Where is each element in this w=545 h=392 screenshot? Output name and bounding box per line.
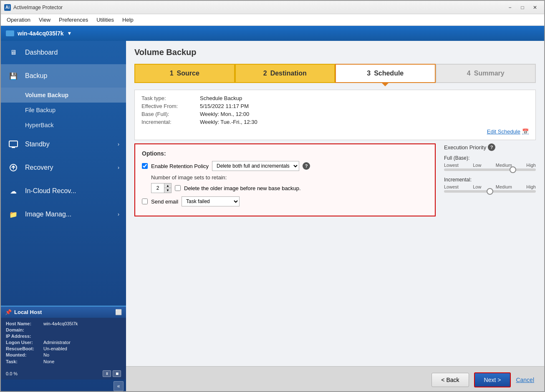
base-full-label: Base (Full):: [141, 111, 200, 117]
sidebar-item-image-manager[interactable]: 📁 Image Manag... ›: [1, 203, 126, 226]
retention-help-icon[interactable]: ?: [303, 162, 310, 170]
incremental-scale-low: Low: [473, 184, 481, 189]
incremental-slider-thumb[interactable]: [487, 188, 493, 195]
incremental-scale-medium: Medium: [496, 184, 512, 189]
full-scale-medium: Medium: [496, 163, 512, 168]
sidebar-dashboard-label: Dashboard: [25, 49, 58, 56]
hostname-label: Host Name:: [6, 321, 43, 326]
recovery-arrow: ›: [118, 165, 119, 171]
host-dropdown-arrow[interactable]: ▼: [67, 30, 72, 36]
rescueboot-value: Un-enabled: [43, 346, 67, 351]
hostname-row: Host Name: win-4a4cq035l7k: [6, 321, 121, 326]
enable-retention-checkbox[interactable]: [142, 163, 148, 169]
progress-bar-container: 0.0 % ⏸ ⏹: [1, 369, 126, 379]
hyperback-label: HyperBack: [25, 122, 53, 128]
edit-schedule-link[interactable]: Edit Schedule 📅: [141, 128, 529, 135]
task-row: Task: None: [6, 359, 121, 364]
number-input-group: ▲ ▼: [151, 183, 172, 193]
local-host-info: Host Name: win-4a4cq035l7k Domain: IP Ad…: [1, 318, 126, 369]
sidebar-sub-file-backup[interactable]: File Backup: [1, 103, 126, 118]
exec-priority-help-icon[interactable]: ?: [488, 143, 495, 151]
menu-utilities[interactable]: Utilities: [92, 15, 118, 25]
step-destination[interactable]: 2 Destination: [235, 64, 336, 83]
backup-icon: 💾: [8, 70, 19, 82]
edit-schedule-text: Edit Schedule: [487, 128, 520, 135]
send-email-checkbox[interactable]: [142, 199, 148, 204]
mounted-row: Mounted: No: [6, 352, 121, 357]
pause-button[interactable]: ⏸: [103, 370, 111, 377]
full-slider-track: [444, 168, 536, 171]
send-email-dropdown[interactable]: Task failed Task succeeded Always: [182, 196, 240, 206]
exec-priority: Execution Priority ? Full (Base): Lowest…: [444, 143, 536, 193]
main-options-layout: Options: Enable Retention Policy Delete …: [134, 143, 536, 223]
sidebar-item-standby[interactable]: Standby ›: [1, 133, 126, 156]
sidebar-item-backup[interactable]: 💾 Backup: [1, 64, 126, 88]
delete-older-checkbox[interactable]: [175, 185, 181, 191]
close-button[interactable]: ✕: [529, 3, 541, 12]
next-button[interactable]: Next >: [474, 372, 511, 387]
ip-row: IP Address:: [6, 334, 121, 339]
maximize-button[interactable]: □: [517, 3, 528, 12]
spin-down-button[interactable]: ▼: [164, 188, 171, 193]
menu-bar: Operation View Preferences Utilities Hel…: [1, 14, 544, 26]
app-title: ActiveImage Protector: [13, 5, 63, 10]
full-priority-scale: Lowest Low Medium High: [444, 163, 536, 168]
num-sets-row: ▲ ▼ Delete the older image before new ba…: [151, 183, 428, 193]
spin-up-button[interactable]: ▲: [164, 183, 171, 188]
local-host-header: 📌 Local Host ⬜: [1, 307, 126, 318]
svg-rect-0: [9, 141, 18, 147]
schedule-info: Task type: Schedule Backup Effective Fro…: [134, 90, 536, 140]
hostname-value: win-4a4cq035l7k: [43, 321, 78, 326]
step-sched-num: 3: [367, 70, 371, 77]
local-host-title: Local Host: [14, 309, 42, 315]
full-priority-label: Full (Base):: [444, 155, 536, 161]
file-backup-label: File Backup: [25, 107, 56, 113]
effective-from-value: 5/15/2022 11:17 PM: [200, 103, 529, 109]
menu-help[interactable]: Help: [118, 15, 138, 25]
incremental-priority-section: Incremental: Lowest Low Medium High: [444, 177, 536, 193]
minimize-button[interactable]: −: [504, 3, 516, 12]
full-priority-section: Full (Base): Lowest Low Medium High: [444, 155, 536, 171]
menu-preferences[interactable]: Preferences: [55, 15, 92, 25]
logon-value: Administrator: [43, 340, 71, 345]
logon-label: Logon User:: [6, 340, 43, 345]
incremental-slider-track: [444, 190, 536, 193]
standby-arrow: ›: [118, 141, 119, 147]
full-scale-low: Low: [473, 163, 481, 168]
stop-button[interactable]: ⏹: [113, 370, 121, 377]
full-scale-high: High: [526, 163, 536, 168]
back-button[interactable]: < Back: [431, 373, 469, 387]
effective-from-label: Effective From:: [141, 103, 200, 109]
svg-rect-1: [12, 147, 15, 148]
sidebar-sub-volume-backup[interactable]: Volume Backup: [1, 88, 126, 103]
expand-icon[interactable]: ⬜: [115, 309, 122, 315]
cancel-button[interactable]: Cancel: [516, 377, 534, 383]
step-source[interactable]: 1 Source: [134, 64, 235, 83]
pin-icon: 📌: [5, 309, 12, 315]
step-schedule[interactable]: 3 Schedule: [335, 64, 436, 83]
incremental-priority-label: Incremental:: [444, 177, 536, 183]
step-summary[interactable]: 4 Summary: [436, 64, 536, 83]
sidebar-item-dashboard[interactable]: 🖥 Dashboard: [1, 41, 126, 64]
sidebar-item-recovery[interactable]: Recovery ›: [1, 156, 126, 179]
collapse-sidebar-button[interactable]: «: [114, 381, 124, 391]
sidebar-incloud-label: In-Cloud Recov...: [25, 187, 76, 195]
mounted-label: Mounted:: [6, 352, 43, 357]
num-sets-label: Number of image sets to retain:: [151, 174, 428, 181]
host-name: win-4a4cq035l7k: [18, 30, 64, 37]
image-sets-input[interactable]: [151, 183, 164, 193]
incremental-label: Incremental:: [141, 119, 200, 125]
standby-icon: [8, 138, 19, 150]
retention-policy-dropdown[interactable]: Delete both full and incrementals Delete…: [212, 161, 299, 171]
sidebar-backup-label: Backup: [25, 72, 47, 80]
sidebar-sub-hyperback[interactable]: HyperBack: [1, 118, 126, 133]
task-type-label: Task type:: [141, 95, 200, 101]
incremental-scale-high: High: [526, 184, 536, 189]
sidebar-item-incloud[interactable]: ☁ In-Cloud Recov...: [1, 179, 126, 203]
full-slider-thumb[interactable]: [510, 166, 516, 173]
menu-view[interactable]: View: [35, 15, 55, 25]
menu-operation[interactable]: Operation: [3, 15, 35, 25]
progress-controls: ⏸ ⏹: [103, 370, 121, 377]
enable-retention-label: Enable Retention Policy: [151, 163, 209, 169]
incremental-value: Weekly: Tue.-Fri., 12:30: [200, 119, 529, 125]
